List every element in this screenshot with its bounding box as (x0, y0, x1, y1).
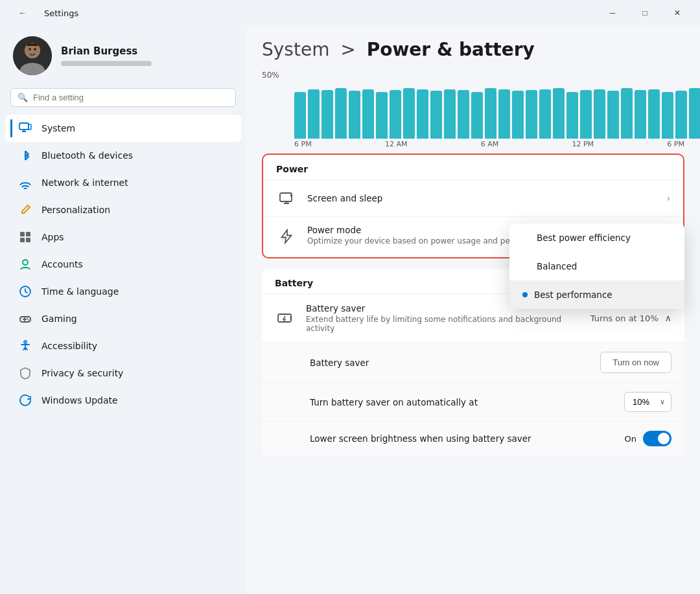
chart-bar (580, 90, 592, 139)
auto-battery-saver-row: Turn battery saver on automatically at 1… (262, 382, 684, 421)
dropdown-item-balanced[interactable]: Balanced (509, 252, 684, 280)
maximize-button[interactable]: □ (630, 3, 660, 23)
nav-list: System Bluetooth & devices Network & int… (0, 115, 246, 414)
user-account-bar (61, 61, 152, 66)
sidebar-item-label-gaming: Gaming (41, 314, 77, 324)
battery-saver-toggle-title: Battery saver (310, 358, 590, 368)
chart-bar (689, 88, 700, 139)
bluetooth-icon (18, 148, 32, 163)
chart-x-label: 6 PM (667, 140, 684, 148)
system-icon (18, 121, 32, 135)
chart-x-label: 6 PM (294, 140, 312, 148)
battery-saver-subtitle: Extend battery life by limiting some not… (306, 315, 580, 333)
auto-battery-select[interactable]: 10% 20% 30% (624, 392, 671, 412)
brightness-toggle-label: On (625, 434, 636, 444)
svg-rect-8 (20, 232, 25, 236)
sidebar-item-label-personalization: Personalization (41, 205, 110, 215)
main-content: System > Power & battery 50% 6 PM12 AM6 … (246, 26, 700, 594)
breadcrumb-parent: System (262, 39, 329, 60)
chart-bar (458, 90, 469, 139)
minimize-button[interactable]: ─ (598, 3, 627, 23)
user-name: Brian Burgess (61, 45, 152, 57)
sidebar-item-privacy[interactable]: Privacy & security (5, 360, 241, 387)
svg-point-15 (27, 318, 28, 319)
svg-point-5 (34, 48, 36, 51)
sidebar-item-accessibility[interactable]: Accessibility (5, 332, 241, 360)
chart-bar (390, 90, 401, 139)
screen-sleep-row[interactable]: Screen and sleep › (263, 179, 683, 216)
search-input[interactable] (33, 93, 229, 102)
titlebar: ← Settings ─ □ ✕ (0, 0, 700, 26)
chart-bar (362, 89, 374, 139)
chart-x-label: 6 AM (481, 140, 499, 148)
chart-x-labels: 6 PM12 AM6 AM12 PM6 PM (262, 140, 684, 148)
page-title: System > Power & battery (262, 39, 684, 60)
sidebar-item-label-accessibility: Accessibility (41, 341, 97, 351)
svg-rect-18 (280, 193, 292, 201)
sidebar-item-bluetooth[interactable]: Bluetooth & devices (5, 142, 241, 169)
sidebar-item-apps[interactable]: Apps (5, 223, 241, 251)
chart-bar (321, 90, 333, 139)
gaming-icon (18, 312, 32, 326)
chart-bar (675, 91, 687, 139)
sidebar-item-windows-update[interactable]: Windows Update (5, 387, 241, 414)
chart-bar (662, 92, 673, 139)
chart-x-label: 12 PM (572, 140, 594, 148)
time-icon (18, 284, 32, 299)
chart-bar (485, 88, 496, 139)
sidebar-item-network[interactable]: Network & internet (5, 169, 241, 196)
sidebar-item-system[interactable]: System (5, 115, 241, 142)
chart-bar (594, 89, 605, 139)
search-container: 🔍 (0, 88, 246, 115)
chart-bar (607, 91, 619, 139)
turn-on-now-button[interactable]: Turn on now (600, 352, 671, 373)
dropdown-item-efficiency[interactable]: Best power efficiency (509, 223, 684, 252)
power-mode-row[interactable]: Power mode Optimize your device based on… (263, 216, 683, 257)
user-profile: Brian Burgess (0, 26, 246, 88)
battery-saver-status: Turns on at 10% (590, 314, 659, 323)
svg-rect-11 (26, 238, 30, 242)
chart-bar (417, 89, 428, 139)
chart-x-label: 12 AM (385, 140, 408, 148)
auto-battery-select-wrapper: 10% 20% 30% (624, 392, 671, 412)
back-button[interactable]: ← (8, 3, 38, 23)
dropdown-label-balanced: Balanced (537, 261, 577, 271)
dropdown-item-performance[interactable]: Best performance (509, 280, 684, 309)
network-icon (18, 176, 32, 190)
chart-bar (471, 92, 483, 139)
sidebar-item-accounts[interactable]: Accounts (5, 251, 241, 278)
sidebar-item-label-windows-update: Windows Update (41, 395, 118, 406)
brightness-toggle[interactable] (643, 431, 671, 446)
chart-bar (648, 89, 660, 139)
chart-bar (526, 90, 537, 139)
chart-bar (349, 91, 360, 139)
chart-y-label: 50% (262, 71, 279, 80)
close-button[interactable]: ✕ (662, 3, 692, 23)
battery-saver-toggle-label: Battery saver (310, 358, 590, 368)
svg-point-12 (23, 260, 28, 265)
sidebar-item-gaming[interactable]: Gaming (5, 305, 241, 332)
windows-update-icon (18, 393, 32, 407)
sidebar-item-personalization[interactable]: Personalization (5, 196, 241, 223)
chart-bar (512, 91, 524, 139)
svg-rect-10 (20, 238, 25, 242)
chart-bar (444, 89, 456, 139)
brightness-row: Lower screen brightness when using batte… (262, 421, 684, 455)
power-section: Power Screen and sleep › (262, 154, 684, 258)
power-mode-dropdown[interactable]: Best power efficiency Balanced Best perf… (509, 223, 684, 309)
chart-bar (635, 90, 646, 139)
power-mode-icon (276, 226, 297, 247)
sidebar-item-time[interactable]: Time & language (5, 278, 241, 305)
screen-sleep-icon (276, 188, 297, 209)
auto-battery-saver-title: Turn battery saver on automatically at (310, 397, 614, 407)
sidebar-item-label-privacy: Privacy & security (41, 368, 123, 378)
breadcrumb-current: Power & battery (367, 39, 535, 60)
sidebar: Brian Burgess 🔍 System Bluetooth & devic… (0, 26, 246, 594)
brightness-toggle-container: On (625, 431, 671, 446)
dropdown-check-icon (522, 292, 528, 297)
chart-bar (294, 92, 306, 139)
battery-saver-icon (275, 308, 296, 328)
battery-saver-chevron[interactable]: ∧ (665, 313, 671, 323)
screen-sleep-content: Screen and sleep (307, 193, 656, 203)
sidebar-item-label-bluetooth: Bluetooth & devices (41, 150, 133, 161)
